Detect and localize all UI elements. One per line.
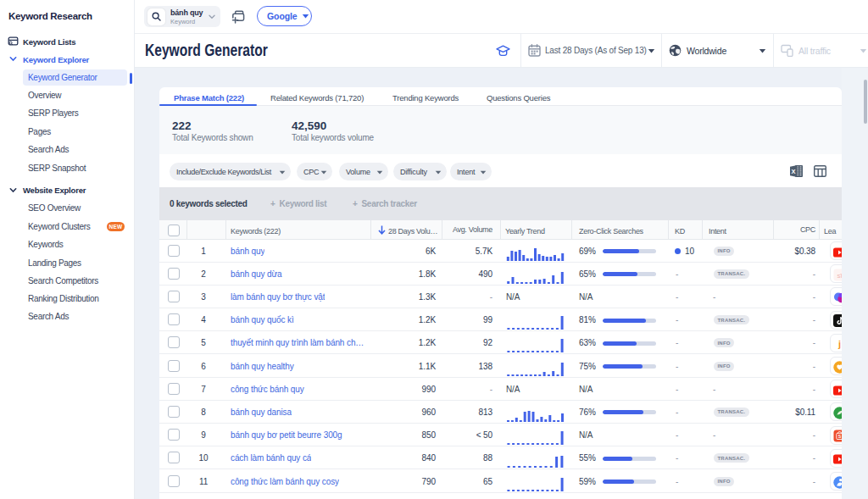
svg-text:sĩ: sĩ [837, 271, 842, 279]
svg-text:j: j [837, 339, 841, 349]
svg-text:X: X [791, 168, 795, 175]
svg-text:S: S [838, 434, 842, 439]
